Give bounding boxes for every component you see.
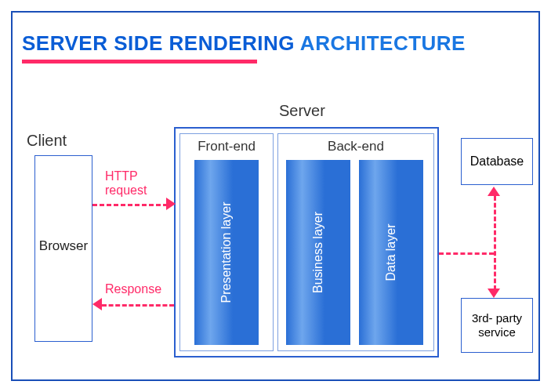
database-box: Database [461,138,533,185]
request-arrow-line [92,204,168,206]
response-arrow-line [102,304,174,307]
client-heading: Client [27,132,67,150]
client-box: Browser [34,155,92,342]
title-strong: SERVER SIDE RENDERING [22,31,295,55]
request-arrow-head [166,198,176,210]
business-layer: Business layer [286,160,350,345]
data-layer: Data layer [359,160,423,345]
presentation-layer-label: Presentation layer [219,202,234,303]
client-box-label: Browser [35,238,92,254]
data-layer-label: Data layer [384,224,398,281]
svc-arrow-head [488,289,500,298]
database-label: Database [470,154,524,169]
request-arrow-text: HTTPrequest [105,169,147,197]
presentation-layer: Presentation layer [194,160,259,345]
response-arrow-label: Response [105,282,161,296]
response-arrow-head [92,298,102,310]
diagram-title: SERVER SIDE RENDERING ARCHITECTURE [22,31,466,56]
backend-heading: Back-end [278,139,433,154]
service-box: 3rd- party service [461,298,533,353]
title-rest: ARCHITECTURE [295,31,466,55]
business-layer-label: Business layer [311,212,325,293]
request-arrow-label: HTTPrequest [105,169,147,198]
frontend-heading: Front-end [180,139,273,154]
service-label: 3rd- party service [465,311,529,339]
server-heading: Server [279,102,325,120]
title-underline [22,60,257,64]
db-arrow-head [488,187,500,196]
server-right-line [439,252,494,255]
right-vertical-line [494,196,496,290]
